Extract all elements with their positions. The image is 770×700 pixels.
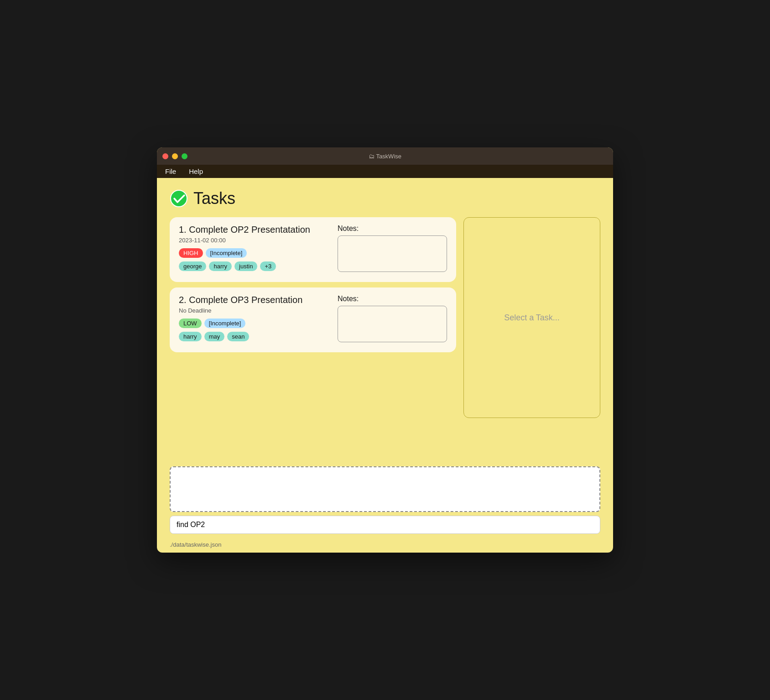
content-area: 1. Complete OP2 Presentatation 2023-11-0… — [170, 217, 600, 418]
svg-point-0 — [171, 190, 187, 207]
status-badge-1: [Incomplete] — [206, 248, 247, 258]
bottom-area — [157, 461, 613, 539]
page-title: Tasks — [193, 189, 235, 208]
minimize-button[interactable] — [172, 153, 178, 159]
menu-help[interactable]: Help — [186, 167, 206, 176]
task-title-2: 2. Complete OP3 Presentation — [179, 295, 330, 305]
task-title-1: 1. Complete OP2 Presentatation — [179, 225, 330, 235]
status-badge-2: [Incomplete] — [204, 319, 246, 328]
task-people-2: harry may sean — [179, 332, 330, 341]
notes-label-1: Notes: — [338, 225, 447, 233]
app-window: 🗂 TaskWise File Help Tasks — [157, 147, 613, 553]
person-badge-justin: justin — [234, 261, 257, 271]
priority-badge-2: LOW — [179, 319, 202, 328]
menu-file[interactable]: File — [162, 167, 179, 176]
task-people-1: george harry justin +3 — [179, 261, 330, 271]
select-task-placeholder: Select a Task... — [504, 313, 560, 323]
output-box — [170, 466, 600, 512]
person-badge-sean: sean — [227, 332, 249, 341]
task-deadline-2: No Deadline — [179, 307, 330, 314]
task-card-1[interactable]: 1. Complete OP2 Presentatation 2023-11-0… — [170, 217, 456, 282]
task-notes-2: Notes: — [338, 295, 447, 342]
filepath-label: ./data/taskwise.json — [170, 541, 221, 548]
tasks-icon — [170, 189, 188, 208]
person-badge-harry-1: harry — [209, 261, 232, 271]
traffic-lights — [162, 153, 187, 159]
person-badge-harry-2: harry — [179, 332, 202, 341]
task-row-1: 1. Complete OP2 Presentatation 2023-11-0… — [179, 225, 447, 275]
page-header: Tasks — [170, 189, 600, 208]
command-input[interactable] — [170, 516, 600, 534]
titlebar: 🗂 TaskWise — [157, 147, 613, 165]
priority-badge-1: HIGH — [179, 248, 203, 258]
close-button[interactable] — [162, 153, 168, 159]
menubar: File Help — [157, 165, 613, 178]
notes-textarea-1[interactable] — [338, 235, 447, 272]
notes-textarea-2[interactable] — [338, 306, 447, 342]
notes-label-2: Notes: — [338, 295, 447, 303]
more-badge-1: +3 — [260, 261, 276, 271]
tasks-list: 1. Complete OP2 Presentatation 2023-11-0… — [170, 217, 456, 418]
person-badge-george: george — [179, 261, 206, 271]
task-notes-1: Notes: — [338, 225, 447, 272]
task-badges-1: HIGH [Incomplete] — [179, 248, 330, 258]
person-badge-may: may — [204, 332, 225, 341]
task-left-1: 1. Complete OP2 Presentatation 2023-11-0… — [179, 225, 330, 275]
side-panel: Select a Task... — [463, 217, 600, 418]
task-card-2[interactable]: 2. Complete OP3 Presentation No Deadline… — [170, 287, 456, 352]
task-left-2: 2. Complete OP3 Presentation No Deadline… — [179, 295, 330, 345]
task-deadline-1: 2023-11-02 00:00 — [179, 237, 330, 244]
task-row-2: 2. Complete OP3 Presentation No Deadline… — [179, 295, 447, 345]
maximize-button[interactable] — [182, 153, 187, 159]
task-badges-2: LOW [Incomplete] — [179, 319, 330, 328]
window-title: 🗂 TaskWise — [369, 153, 401, 160]
main-content: Tasks 1. Complete OP2 Presentatation 202… — [157, 178, 613, 461]
status-bar: ./data/taskwise.json — [157, 539, 613, 553]
